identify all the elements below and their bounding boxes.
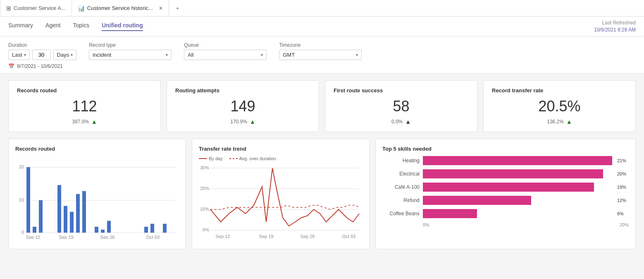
- svg-rect-13: [70, 212, 74, 233]
- skill-bar-container: [423, 169, 612, 178]
- skill-pct-label: 12%: [617, 198, 629, 203]
- kpi-transfer-rate-trend-value: 136.2%: [547, 119, 564, 125]
- legend-dashed-line: [229, 158, 238, 159]
- svg-rect-12: [64, 206, 67, 233]
- records-routed-svg: 20 10 0: [15, 156, 179, 239]
- queue-filter: Queue All ▾: [184, 42, 267, 60]
- main-content: Records routed 112 387.0% ▲ Routing atte…: [0, 74, 644, 256]
- trend-up-icon-4: ▲: [566, 118, 572, 125]
- plus-icon: ＋: [175, 5, 180, 12]
- kpi-routing-attempts: Routing attempts 149 170.9% ▲: [167, 80, 319, 132]
- tab-unified-routing[interactable]: Unified routing: [102, 22, 143, 31]
- kpi-routing-attempts-value: 149: [175, 98, 310, 115]
- kpi-row: Records routed 112 387.0% ▲ Routing atte…: [8, 80, 636, 132]
- svg-rect-7: [33, 227, 36, 233]
- record-type-label: Record type: [89, 42, 172, 48]
- legend-by-day-label: By day: [209, 156, 223, 161]
- last-refreshed-label: Last Refreshed: [594, 19, 636, 26]
- svg-text:20: 20: [19, 164, 24, 169]
- browser-tab-2[interactable]: 📊 Customer Service historic... ✕: [72, 0, 169, 16]
- top-skills-chart-panel: Top 5 skills needed Heating21%Electrical…: [375, 139, 636, 249]
- record-type-value: incident: [93, 52, 111, 58]
- kpi-transfer-rate-trend: 136.2% ▲: [492, 118, 627, 125]
- svg-rect-28: [163, 224, 167, 233]
- svg-rect-18: [101, 230, 105, 233]
- kpi-first-route-trend: 0.0% ▲: [334, 118, 469, 125]
- kpi-transfer-rate: Record transfer rate 20.5% 136.2% ▲: [483, 80, 636, 132]
- tab-agent[interactable]: Agent: [45, 22, 61, 31]
- timezone-select[interactable]: GMT ▾: [279, 50, 362, 60]
- last-refreshed-value: 10/6/2021 8:28 AM: [594, 26, 636, 34]
- close-icon[interactable]: ✕: [159, 5, 163, 11]
- tab-topics[interactable]: Topics: [73, 22, 90, 31]
- duration-unit-value: Days: [57, 52, 69, 58]
- duration-label: Duration: [8, 42, 76, 48]
- queue-select[interactable]: All ▾: [184, 50, 267, 60]
- kpi-routing-attempts-trend: 170.9% ▲: [175, 118, 310, 125]
- skills-x-axis: 0% 20%: [382, 222, 629, 227]
- record-type-select[interactable]: incident ▾: [89, 50, 172, 60]
- x-axis-20: 20%: [620, 222, 629, 227]
- kpi-records-routed-title: Records routed: [17, 87, 152, 94]
- kpi-first-route-success: First route success 58 0.0% ▲: [325, 80, 477, 132]
- date-range: 📅 9/7/2021 - 10/6/2021: [8, 63, 636, 69]
- skill-pct-label: 6%: [617, 211, 629, 216]
- skill-bar: [423, 183, 594, 192]
- duration-period-select[interactable]: Last ▾: [8, 50, 30, 60]
- timezone-value: GMT: [283, 52, 295, 58]
- svg-text:Oct 03: Oct 03: [146, 235, 160, 239]
- skill-bar: [423, 209, 477, 218]
- chevron-down-icon: ▾: [24, 53, 26, 57]
- chart-row: Records routed 20 10 0: [8, 139, 636, 249]
- kpi-records-routed-trend: 387.0% ▲: [17, 118, 152, 125]
- records-routed-chart-panel: Records routed 20 10 0: [8, 139, 186, 249]
- svg-rect-11: [57, 185, 61, 233]
- trend-up-icon-3: ▲: [405, 118, 411, 125]
- skill-bar: [423, 169, 603, 178]
- duration-unit-select[interactable]: Days ▾: [53, 50, 77, 60]
- skill-row: Electrical20%: [382, 169, 629, 178]
- duration-controls: Last ▾ Days ▾: [8, 50, 76, 60]
- skill-row: Heating21%: [382, 156, 629, 165]
- svg-rect-26: [150, 224, 154, 233]
- chart-legend: By day Avg. over duration.: [199, 156, 363, 161]
- svg-rect-15: [82, 191, 86, 233]
- kpi-first-route-trend-value: 0.0%: [391, 119, 403, 125]
- svg-text:Sep 26: Sep 26: [301, 234, 315, 239]
- calendar-icon: 📅: [8, 63, 14, 69]
- queue-value: All: [188, 52, 193, 58]
- kpi-records-routed-trend-value: 387.0%: [72, 119, 89, 125]
- queue-label: Queue: [184, 42, 267, 48]
- kpi-transfer-rate-value: 20.5%: [492, 98, 627, 115]
- tab-summary[interactable]: Summary: [8, 22, 33, 31]
- svg-text:30%: 30%: [200, 165, 209, 170]
- legend-by-day: By day: [199, 156, 223, 161]
- kpi-routing-attempts-title: Routing attempts: [175, 87, 310, 94]
- new-tab-button[interactable]: ＋: [169, 0, 186, 16]
- svg-text:Oct 03: Oct 03: [342, 234, 355, 239]
- timezone-filter: Timezone GMT ▾: [279, 42, 362, 60]
- kpi-transfer-rate-title: Record transfer rate: [492, 87, 627, 94]
- skill-pct-label: 19%: [617, 185, 629, 190]
- top-skills-title: Top 5 skills needed: [382, 146, 629, 152]
- tab2-icon: 📊: [78, 5, 85, 12]
- trend-up-icon-2: ▲: [250, 118, 255, 125]
- x-axis-0: 0%: [423, 222, 429, 227]
- kpi-records-routed: Records routed 112 387.0% ▲: [8, 80, 161, 132]
- skill-bar-container: [423, 209, 612, 218]
- kpi-records-routed-value: 112: [17, 98, 152, 115]
- tab1-label: Customer Service A...: [14, 5, 66, 11]
- duration-number-input[interactable]: [32, 50, 51, 60]
- trend-up-icon: ▲: [91, 118, 97, 125]
- skill-bar: [423, 156, 612, 165]
- last-refreshed: Last Refreshed 10/6/2021 8:28 AM: [594, 19, 636, 34]
- chevron-down-icon-2: ▾: [71, 53, 73, 57]
- tab1-icon: ⊞: [6, 5, 11, 12]
- legend-avg-label: Avg. over duration.: [239, 156, 277, 161]
- duration-period-value: Last: [12, 52, 22, 58]
- browser-tab-1[interactable]: ⊞ Customer Service A...: [0, 0, 72, 16]
- skill-bar: [423, 196, 531, 205]
- skill-bar-container: [423, 196, 612, 205]
- kpi-first-route-title: First route success: [334, 87, 469, 94]
- kpi-first-route-value: 58: [334, 98, 469, 115]
